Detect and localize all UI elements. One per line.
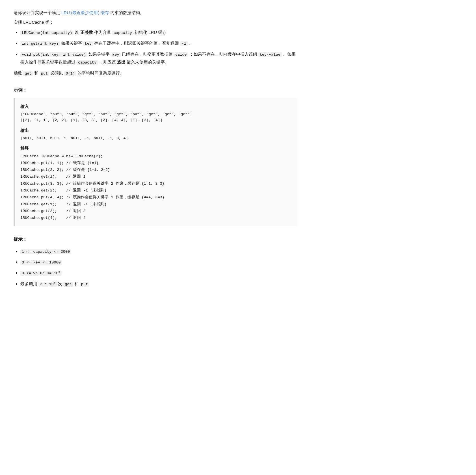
hints-list: 1 <= capacity <= 3000 0 <= key <= 10000 … <box>14 247 297 288</box>
input-line2: [[2], [1, 1], [2, 2], [1], [3, 3], [2], … <box>20 117 292 123</box>
bullet-put: void put(int key, int value) 如果关键字 key 已… <box>20 50 297 66</box>
output-value: [null, null, null, 1, null, -1, null, -1… <box>20 135 292 141</box>
hint-value: 0 <= value <= 105 <box>20 269 297 277</box>
hint-capacity-code: 1 <= capacity <= 3000 <box>20 249 71 254</box>
explanation-label: 解释 <box>20 145 292 152</box>
hint-calls-code: 2 * 105 <box>38 282 57 287</box>
input-line1: ["LRUCache", "put", "put", "get", "put",… <box>20 111 292 117</box>
hints-title: 提示： <box>14 235 297 243</box>
output-label: 输出 <box>20 127 292 134</box>
bullet-get: int get(int key) 如果关键字 key 存在于缓存中，则返回关键字… <box>20 39 297 47</box>
constructor-code: LRUCache(int capacity) <box>20 30 73 35</box>
explanation-code: LRUCache lRUCache = new LRUCache(2); lRU… <box>20 153 292 222</box>
bullet-constructor: LRUCache(int capacity) 以 正整数 作为容量 capaci… <box>20 29 297 36</box>
input-label: 输入 <box>20 103 292 110</box>
get-code: int get(int key) <box>20 41 60 46</box>
hint-capacity: 1 <= capacity <= 3000 <box>20 247 297 255</box>
hint-calls: 最多调用 2 * 105 次 get 和 put <box>20 280 297 288</box>
intro-line1: 请你设计并实现一个满足 LRU (最近最少使用) 缓存 约束的数据结构。 <box>14 9 297 16</box>
put-code: void put(int key, int value) <box>20 52 87 57</box>
example-section-title: 示例： <box>14 86 297 94</box>
hint-key: 0 <= key <= 10000 <box>20 258 297 266</box>
lru-link[interactable]: LRU (最近最少使用) 缓存 <box>61 10 109 15</box>
hints-section: 提示： 1 <= capacity <= 3000 0 <= key <= 10… <box>14 235 297 288</box>
example-block: 输入 ["LRUCache", "put", "put", "get", "pu… <box>14 98 297 226</box>
hint-key-code: 0 <= key <= 10000 <box>20 260 62 265</box>
intro-line2: 实现 LRUCache 类： <box>14 19 297 26</box>
method-list: LRUCache(int capacity) 以 正整数 作为容量 capaci… <box>14 29 297 66</box>
hint-value-code: 0 <= value <= 105 <box>20 271 62 276</box>
complexity-note: 函数 get 和 put 必须以 O(1) 的平均时间复杂度运行。 <box>14 69 297 77</box>
